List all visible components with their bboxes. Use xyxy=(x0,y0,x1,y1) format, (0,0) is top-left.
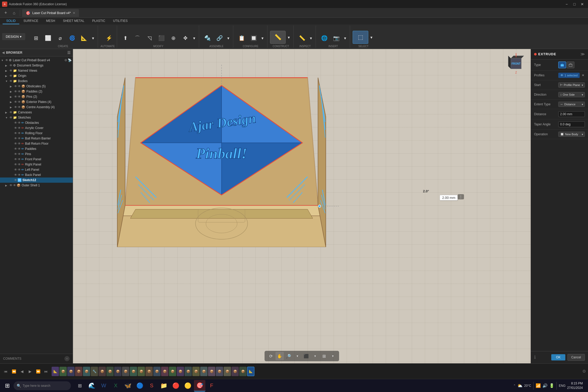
tl-item-8[interactable]: 📦 xyxy=(106,367,114,376)
offset-plane-button[interactable]: 📏 xyxy=(270,31,286,44)
tree-item-sk-left[interactable]: 👁 👁 ✏ Left Panel xyxy=(0,167,73,172)
tl-item-15[interactable]: 📦 xyxy=(161,367,168,376)
tree-item-sk-rolling[interactable]: 👁 👁 ✏ Rolling Floor xyxy=(0,131,73,136)
more-inspect-button[interactable]: ▾ xyxy=(308,32,314,44)
pan-button[interactable]: ✋ xyxy=(275,352,284,360)
more-insert-button[interactable]: ▾ xyxy=(342,32,348,44)
tl-item-12[interactable]: 📦 xyxy=(138,367,145,376)
tl-item-7[interactable]: 📦 xyxy=(99,367,106,376)
display-mode-button[interactable]: ⬛ xyxy=(302,352,310,360)
extrude-type-surface[interactable] xyxy=(567,62,574,68)
tl-item-10[interactable]: 📦 xyxy=(122,367,129,376)
tree-item-origin[interactable]: ▶ 👁 📁 Origin xyxy=(0,73,73,78)
more-create-button[interactable]: ▾ xyxy=(90,32,96,44)
battery-icon[interactable]: 🔋 xyxy=(549,383,554,388)
toolbar-tab-mesh[interactable]: MESH xyxy=(42,18,59,24)
insert-mesh-button[interactable]: 🌐 xyxy=(318,32,330,44)
more-modify-button[interactable]: ▾ xyxy=(192,32,197,44)
add-tab-button[interactable]: + xyxy=(2,9,9,17)
shell-button[interactable]: ⬛ xyxy=(156,32,167,44)
timeline-forward-step[interactable]: ⏩ xyxy=(34,368,42,375)
minimize-button[interactable]: − xyxy=(563,2,570,7)
cancel-button[interactable]: Cancel xyxy=(567,354,585,361)
design-button[interactable]: DESIGN ▾ xyxy=(2,33,25,40)
extent-select[interactable]: ↔ Distance ▾ xyxy=(558,102,585,107)
maximize-button[interactable]: □ xyxy=(571,2,578,7)
revolve-button[interactable]: ⌀ xyxy=(54,32,66,44)
ok-button[interactable]: OK xyxy=(551,354,565,360)
grid-settings-button[interactable]: ⊞ xyxy=(320,352,328,360)
toolbar-tab-plastic[interactable]: PLASTIC xyxy=(89,18,109,24)
extrude-expand-button[interactable]: ≫ xyxy=(580,52,585,57)
profiles-clear-button[interactable]: ✕ xyxy=(582,74,584,77)
tree-item-pins[interactable]: ▶ 👁 👁 📦 Pins (2) xyxy=(0,94,73,99)
file-tab[interactable]: 🎯 Laser Cut Pinball Board v4* ✕ xyxy=(22,9,79,17)
zoom-options-button[interactable]: ▾ xyxy=(293,352,302,360)
navigation-cube[interactable]: FRONT Z xyxy=(506,53,526,74)
app8[interactable]: 📁 xyxy=(158,380,169,391)
tl-item-17[interactable]: 📦 xyxy=(177,367,184,376)
press-pull-button[interactable]: ⬆ xyxy=(120,32,131,44)
tree-item-sketches[interactable]: ▼ 👁 📁 Sketches xyxy=(0,115,73,120)
tl-item-25[interactable]: 📦 xyxy=(239,367,247,376)
volume-icon[interactable]: 🔊 xyxy=(542,383,548,388)
root-broadcast-icon[interactable]: 📡 xyxy=(68,58,72,62)
tree-item-centre[interactable]: ▶ 👁 👁 📦 Centre Assembly (4) xyxy=(0,105,73,110)
automate-button[interactable]: ⚡ xyxy=(103,32,115,44)
combine-button[interactable]: ⊕ xyxy=(168,32,179,44)
tl-item-23[interactable]: 📦 xyxy=(224,367,231,376)
profiles-selected-button[interactable]: 👁 1 selected xyxy=(558,73,580,78)
start-select[interactable]: ⊢ Profile Plane ▾ xyxy=(558,82,585,88)
toolbar-tab-sheetmetal[interactable]: SHEET METAL xyxy=(59,18,88,24)
toolbar-tab-surface[interactable]: SURFACE xyxy=(20,18,42,24)
tree-item-sk-pins[interactable]: 👁 👁 ✏ Pins xyxy=(0,151,73,157)
app7[interactable]: S xyxy=(146,380,157,391)
display-options-button[interactable]: ▾ xyxy=(311,352,319,360)
tree-item-sk-obstacles[interactable]: 👁 👁 ✏ Obstacles xyxy=(0,120,73,125)
tl-item-21[interactable]: 📦 xyxy=(208,367,215,376)
select-button[interactable]: ⬚ xyxy=(353,31,368,44)
tree-item-sk-barrier[interactable]: 👁 👁 ✏ Ball Return Barrier xyxy=(0,136,73,141)
more-select-button[interactable]: ▾ xyxy=(369,32,374,43)
close-tab-button[interactable]: ✕ xyxy=(73,11,75,15)
comments-expand-btn[interactable]: + xyxy=(64,356,70,361)
tree-item-named-views[interactable]: ▶ 👁 📁 Named Views xyxy=(0,68,73,73)
tree-item-sk-12[interactable]: 👁 ✏ Sketch12 xyxy=(0,177,73,183)
tl-item-18[interactable]: 📦 xyxy=(185,367,192,376)
configure-btn1[interactable]: 📋 xyxy=(236,32,247,44)
app10[interactable]: 🟡 xyxy=(182,380,193,391)
word-app[interactable]: W xyxy=(98,380,109,391)
as-built-button[interactable]: 🔗 xyxy=(214,32,225,44)
operation-select[interactable]: 🔲 New Body ▾ xyxy=(558,132,585,137)
sweep-button[interactable]: 🌀 xyxy=(66,32,78,44)
start-button[interactable]: ⊞ xyxy=(2,381,13,391)
chamfer-button[interactable]: ◹ xyxy=(144,32,155,44)
toolbar-tab-solid[interactable]: SOLID xyxy=(3,18,19,24)
timeline-forward-end[interactable]: ⏭ xyxy=(42,368,50,375)
more-configure-button[interactable]: ▾ xyxy=(260,32,265,44)
app5[interactable]: 🦋 xyxy=(122,380,133,391)
tree-item-ext-plates[interactable]: ▶ 👁 👁 📦 Exterior Plates (4) xyxy=(0,99,73,105)
tree-item-root[interactable]: ▼ 👁 ⚙ Laser Cut Pinball Board v4 ⚙ 📡 xyxy=(0,58,73,63)
tree-item-canvases[interactable]: ▶ 👁 📁 Canvases xyxy=(0,110,73,115)
timeline-play-back[interactable]: ◀ xyxy=(18,368,26,375)
excel-app[interactable]: X xyxy=(110,380,121,391)
toolbar-tab-utilities[interactable]: UTILITIES xyxy=(109,18,131,24)
more-assemble-button[interactable]: ▾ xyxy=(226,32,231,44)
tree-item-doc-settings[interactable]: ▶ 👁 ⚙ Document Settings xyxy=(0,63,73,68)
tl-item-6[interactable]: 🔧 xyxy=(91,367,98,376)
extrude-button[interactable]: ⬜ xyxy=(42,32,54,44)
tl-item-14[interactable]: 📦 xyxy=(153,367,161,376)
browser-collapse-arrow[interactable]: ◀ xyxy=(2,51,4,54)
clock[interactable]: 8:15 PM 27/01/2024 xyxy=(567,381,583,390)
tl-item-active[interactable]: 📐 xyxy=(247,367,254,376)
tree-item-sk-floor[interactable]: 👁 👁 ✏ Ball Return Floor xyxy=(0,141,73,146)
direction-select[interactable]: ↕ One Side ▾ xyxy=(558,92,585,97)
app9[interactable]: 🔴 xyxy=(170,380,181,391)
edge-app[interactable]: 🌊 xyxy=(86,380,97,391)
viewport[interactable]: Ajar Design Pinball! xyxy=(73,49,531,363)
configure-btn2[interactable]: 🔲 xyxy=(248,32,259,44)
decal-button[interactable]: 📷 xyxy=(330,32,342,44)
dimension-controls[interactable]: ⋮ xyxy=(458,194,464,199)
tl-item-5[interactable]: 📦 xyxy=(83,367,90,376)
